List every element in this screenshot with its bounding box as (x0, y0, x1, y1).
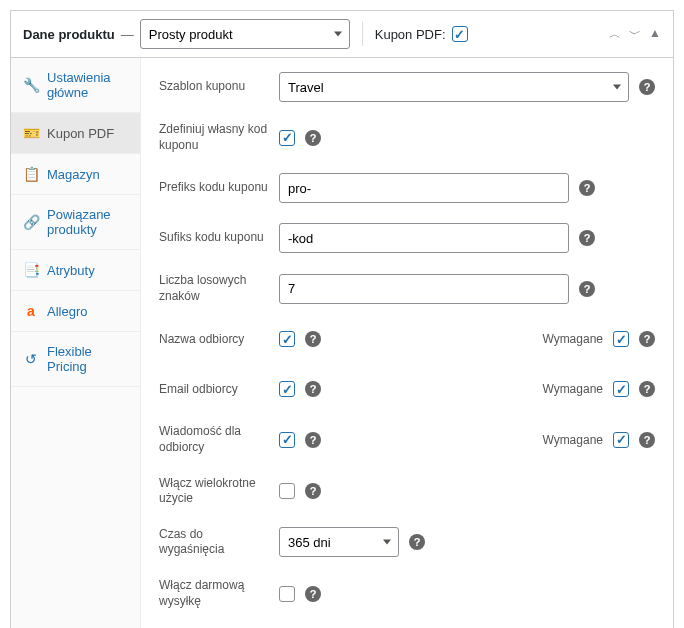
tab-label: Flexible Pricing (47, 344, 128, 374)
help-icon[interactable]: ? (305, 483, 321, 499)
link-icon: 🔗 (23, 214, 39, 230)
settings-content: Szablon kuponu Travel ? Zdefiniuj własny… (141, 58, 673, 628)
product-data-panel: Dane produktu — Prosty produkt Kupon PDF… (10, 10, 674, 628)
label-define-code: Zdefiniuj własny kod kuponu (159, 122, 279, 153)
prefix-input[interactable] (279, 173, 569, 203)
required-label: Wymagane (542, 382, 603, 396)
label-free-shipping: Włącz darmową wysyłkę (159, 578, 279, 609)
tag-icon: 📑 (23, 262, 39, 278)
tab-label: Powiązane produkty (47, 207, 128, 237)
coupon-template-select[interactable]: Travel (279, 72, 629, 102)
tab-allegro[interactable]: a Allegro (11, 291, 140, 332)
panel-header: Dane produktu — Prosty produkt Kupon PDF… (11, 11, 673, 58)
help-icon[interactable]: ? (639, 381, 655, 397)
tab-label: Magazyn (47, 167, 100, 182)
help-icon[interactable]: ? (579, 230, 595, 246)
panel-title: Dane produktu (23, 27, 115, 42)
help-icon[interactable]: ? (305, 331, 321, 347)
label-recipient-name: Nazwa odbiorcy (159, 332, 279, 348)
help-icon[interactable]: ? (305, 381, 321, 397)
label-prefix: Prefiks kodu kuponu (159, 180, 279, 196)
chevron-up-icon[interactable]: ︿ (609, 26, 621, 43)
tabs-sidebar: 🔧 Ustawienia główne 🎫 Kupon PDF 📋 Magazy… (11, 58, 141, 628)
product-type-select[interactable]: Prosty produkt (140, 19, 350, 49)
tab-label: Kupon PDF (47, 126, 114, 141)
label-multi-use: Włącz wielokrotne użycie (159, 476, 279, 507)
multi-use-checkbox[interactable] (279, 483, 295, 499)
caret-up-icon[interactable]: ▲ (649, 26, 661, 43)
help-icon[interactable]: ? (639, 79, 655, 95)
recipient-msg-checkbox[interactable] (279, 432, 295, 448)
define-code-checkbox[interactable] (279, 130, 295, 146)
tab-linked-products[interactable]: 🔗 Powiązane produkty (11, 195, 140, 250)
clipboard-icon: 📋 (23, 166, 39, 182)
label-recipient-msg: Wiadomość dla odbiorcy (159, 424, 279, 455)
tab-flexible-pricing[interactable]: ↺ Flexible Pricing (11, 332, 140, 387)
chevron-down-icon[interactable]: ﹀ (629, 26, 641, 43)
tab-general-settings[interactable]: 🔧 Ustawienia główne (11, 58, 140, 113)
recipient-email-required-checkbox[interactable] (613, 381, 629, 397)
random-chars-input[interactable] (279, 274, 569, 304)
help-icon[interactable]: ? (305, 432, 321, 448)
recipient-name-required-checkbox[interactable] (613, 331, 629, 347)
dash: — (121, 27, 134, 42)
label-expiry: Czas do wygaśnięcia (159, 527, 279, 558)
recipient-name-checkbox[interactable] (279, 331, 295, 347)
label-random-chars: Liczba losowych znaków (159, 273, 279, 304)
wrench-icon: 🔧 (23, 77, 39, 93)
help-icon[interactable]: ? (579, 180, 595, 196)
label-template: Szablon kuponu (159, 79, 279, 95)
free-shipping-checkbox[interactable] (279, 586, 295, 602)
tab-pdf-coupon[interactable]: 🎫 Kupon PDF (11, 113, 140, 154)
help-icon[interactable]: ? (579, 281, 595, 297)
label-recipient-email: Email odbiorcy (159, 382, 279, 398)
divider (362, 22, 363, 46)
help-icon[interactable]: ? (639, 432, 655, 448)
help-icon[interactable]: ? (305, 586, 321, 602)
pdf-coupon-checkbox[interactable] (452, 26, 468, 42)
recipient-msg-required-checkbox[interactable] (613, 432, 629, 448)
ticket-icon: 🎫 (23, 125, 39, 141)
tab-label: Ustawienia główne (47, 70, 128, 100)
help-icon[interactable]: ? (305, 130, 321, 146)
recipient-email-checkbox[interactable] (279, 381, 295, 397)
tab-inventory[interactable]: 📋 Magazyn (11, 154, 140, 195)
required-label: Wymagane (542, 433, 603, 447)
pricing-icon: ↺ (23, 351, 39, 367)
tab-attributes[interactable]: 📑 Atrybuty (11, 250, 140, 291)
expiry-select[interactable]: 365 dni (279, 527, 399, 557)
pdf-coupon-label: Kupon PDF: (375, 27, 446, 42)
help-icon[interactable]: ? (639, 331, 655, 347)
label-suffix: Sufiks kodu kuponu (159, 230, 279, 246)
suffix-input[interactable] (279, 223, 569, 253)
tab-label: Atrybuty (47, 263, 95, 278)
tab-label: Allegro (47, 304, 87, 319)
allegro-icon: a (23, 303, 39, 319)
help-icon[interactable]: ? (409, 534, 425, 550)
required-label: Wymagane (542, 332, 603, 346)
